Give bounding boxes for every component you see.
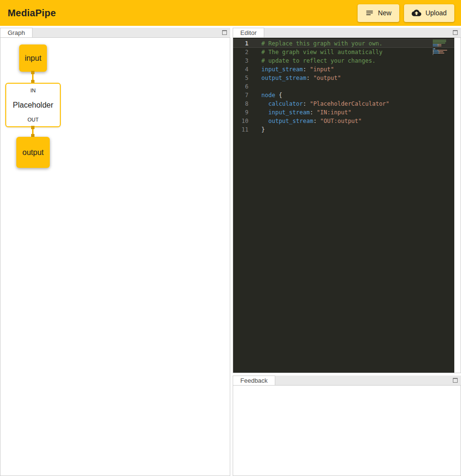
feedback-panel: Feedback: [233, 376, 461, 476]
maximize-icon[interactable]: [222, 30, 227, 35]
app-header: MediaPipe New Upload: [0, 0, 461, 26]
graph-panel-header: Graph: [0, 28, 230, 37]
code-line[interactable]: 9 input_stream: "IN:input": [233, 108, 454, 117]
code-line[interactable]: 7node {: [233, 91, 454, 100]
feedback-content: [233, 385, 461, 476]
code-line[interactable]: 11}: [233, 125, 454, 134]
node-label: Placeholder: [13, 101, 54, 110]
code-line[interactable]: 2# The graph view will automatically: [233, 48, 454, 56]
tab-graph-label: Graph: [8, 29, 25, 36]
maximize-icon[interactable]: [453, 30, 458, 35]
line-number: 11: [233, 125, 253, 134]
line-number: 2: [233, 48, 253, 56]
edge-endpoint: [31, 126, 34, 129]
code-lines[interactable]: 1# Replace this graph with your own.2# T…: [233, 38, 454, 373]
line-number: 5: [233, 74, 253, 82]
code-editor[interactable]: 1# Replace this graph with your own.2# T…: [233, 37, 461, 373]
header-buttons: New Upload: [358, 4, 456, 22]
editor-scrollbar[interactable]: [454, 38, 461, 373]
line-number: 4: [233, 65, 253, 74]
graph-panel: Graph input IN Placeholder OUT output: [0, 28, 230, 476]
tab-editor-label: Editor: [240, 29, 257, 36]
line-number: 1: [233, 39, 253, 48]
maximize-icon[interactable]: [453, 378, 458, 383]
editor-panel: Editor 1# Replace this graph with your o…: [233, 28, 461, 373]
minimap[interactable]: [433, 40, 450, 55]
feedback-panel-header: Feedback: [233, 376, 461, 385]
tab-graph[interactable]: Graph: [0, 28, 33, 37]
line-number: 3: [233, 56, 253, 65]
code-line[interactable]: 3# update to reflect your changes.: [233, 56, 454, 65]
input-port-label: IN: [31, 88, 36, 93]
output-port-label: OUT: [27, 117, 38, 122]
app-title: MediaPipe: [8, 8, 56, 19]
editor-panel-header: Editor: [233, 28, 461, 37]
notes-icon: [365, 9, 374, 17]
line-number: 6: [233, 82, 253, 91]
line-number: 9: [233, 108, 253, 117]
graph-node-placeholder[interactable]: IN Placeholder OUT: [5, 83, 61, 127]
code-line[interactable]: 8 calculator: "PlaceholderCalculator": [233, 100, 454, 108]
line-number: 10: [233, 117, 253, 125]
graph-node-input[interactable]: input: [19, 44, 47, 72]
tab-editor[interactable]: Editor: [233, 28, 264, 37]
line-number: 7: [233, 91, 253, 100]
graph-node-output[interactable]: output: [16, 137, 50, 168]
cloud-upload-icon: [412, 8, 421, 18]
edge-endpoint: [31, 71, 34, 74]
new-button[interactable]: New: [358, 4, 399, 22]
new-button-label: New: [378, 9, 392, 17]
upload-button-label: Upload: [426, 9, 447, 17]
upload-button[interactable]: Upload: [404, 4, 454, 22]
tab-feedback-label: Feedback: [240, 377, 268, 384]
code-line[interactable]: 6: [233, 82, 454, 91]
code-line[interactable]: 10 output_stream: "OUT:output": [233, 117, 454, 125]
code-line[interactable]: 5output_stream: "output": [233, 74, 454, 82]
graph-canvas[interactable]: input IN Placeholder OUT output: [0, 37, 230, 476]
code-line[interactable]: 4input_stream: "input": [233, 65, 454, 74]
line-number: 8: [233, 100, 253, 108]
code-line[interactable]: 1# Replace this graph with your own.: [233, 39, 454, 48]
tab-feedback[interactable]: Feedback: [233, 376, 275, 385]
